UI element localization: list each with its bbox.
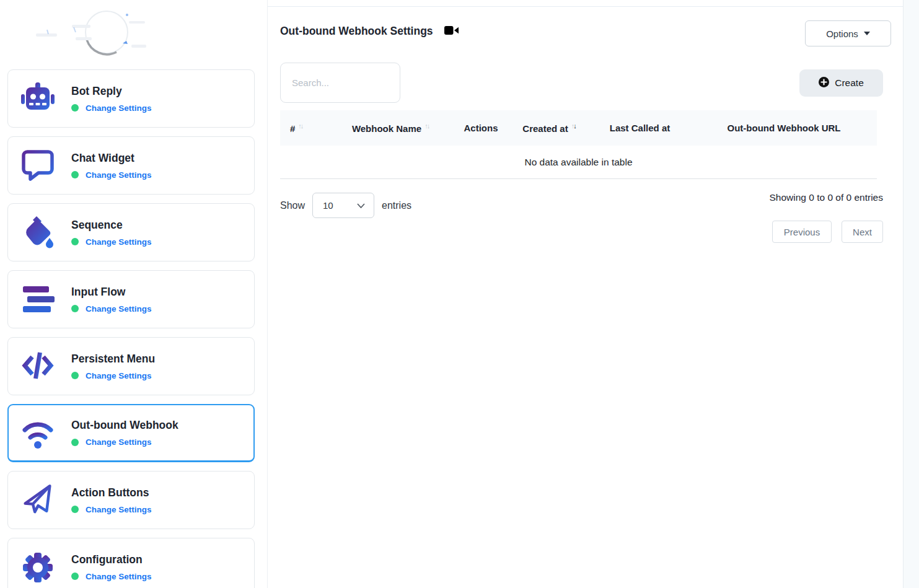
sidebar-card-list: Bot Reply Change Settings Chat Widget Ch… (7, 69, 255, 588)
options-button[interactable]: Options (805, 20, 891, 46)
column-header-created-at[interactable]: Created at↑↓ (509, 122, 589, 134)
sort-icon: ↑↓ (298, 122, 302, 129)
options-button-label: Options (826, 29, 858, 39)
change-settings-link[interactable]: Change Settings (86, 237, 152, 247)
status-dot (71, 238, 79, 245)
sidebar-item-action-buttons[interactable]: Action Buttons Change Settings (7, 471, 255, 529)
card-title: Configuration (71, 553, 152, 566)
wifi-icon (20, 416, 55, 450)
card-title: Input Flow (71, 286, 152, 299)
sidebar-item-outbound-webhook[interactable]: Out-bound Webhook Change Settings (7, 404, 255, 462)
sidebar-item-configuration[interactable]: Configuration Change Settings (7, 538, 255, 588)
column-header-actions[interactable]: Actions (452, 123, 509, 133)
sidebar-item-persistent-menu[interactable]: Persistent Menu Change Settings (7, 337, 255, 395)
column-header-webhook-url[interactable]: Out-bound Webhook URL (691, 123, 877, 133)
status-dot (71, 506, 79, 513)
status-dot (71, 104, 79, 112)
table-empty-message: No data available in table (280, 146, 877, 179)
paper-plane-icon (20, 483, 55, 517)
change-settings-link[interactable]: Change Settings (86, 103, 152, 113)
sidebar-item-input-flow[interactable]: Input Flow Change Settings (7, 270, 255, 328)
code-icon (20, 349, 55, 384)
card-title: Action Buttons (71, 486, 152, 499)
chevron-down-icon (357, 203, 365, 208)
create-button-label: Create (835, 77, 864, 89)
entries-select-value: 10 (323, 200, 333, 211)
chat-bubble-icon (20, 148, 55, 183)
chevron-down-icon (864, 32, 870, 35)
change-settings-link[interactable]: Change Settings (86, 505, 152, 514)
page-size-row: Show 10 entries (280, 193, 411, 218)
card-title: Bot Reply (71, 85, 152, 98)
previous-button[interactable]: Previous (772, 221, 832, 243)
page-title: Out-bound Webhook Settings (280, 25, 433, 38)
sidebar-item-bot-reply[interactable]: Bot Reply Change Settings (7, 69, 255, 128)
status-dot (71, 372, 79, 379)
entries-label: entries (382, 200, 411, 211)
robot-icon (20, 81, 55, 116)
card-title: Chat Widget (71, 152, 152, 165)
next-button[interactable]: Next (842, 221, 883, 243)
card-title: Sequence (71, 219, 152, 232)
sidebar-divider (267, 0, 268, 588)
sidebar: Bot Reply Change Settings Chat Widget Ch… (0, 0, 267, 588)
sidebar-item-chat-widget[interactable]: Chat Widget Change Settings (7, 136, 255, 195)
webhooks-table: #↑↓ Webhook Name↑↓ Actions Created at↑↓ … (280, 110, 877, 179)
entries-select[interactable]: 10 (312, 193, 374, 218)
scrollbar-track[interactable] (903, 0, 919, 588)
status-dot (71, 439, 79, 446)
change-settings-link[interactable]: Change Settings (86, 371, 152, 380)
show-label: Show (280, 200, 305, 211)
sort-icon-active: ↑↓ (571, 122, 576, 129)
status-dot (71, 171, 79, 178)
column-header-index[interactable]: #↑↓ (280, 122, 328, 134)
change-settings-link[interactable]: Change Settings (86, 572, 152, 581)
change-settings-link[interactable]: Change Settings (86, 304, 152, 314)
page-header: Out-bound Webhook Settings (280, 25, 459, 38)
create-button[interactable]: Create (799, 69, 883, 97)
search-input[interactable] (280, 63, 400, 103)
fill-drip-icon (20, 215, 55, 250)
column-header-webhook-name[interactable]: Webhook Name↑↓ (328, 122, 452, 134)
table-header-row: #↑↓ Webhook Name↑↓ Actions Created at↑↓ … (280, 110, 877, 146)
change-settings-link[interactable]: Change Settings (86, 170, 152, 180)
change-settings-link[interactable]: Change Settings (86, 437, 152, 447)
gear-icon (20, 550, 55, 584)
faded-logo (19, 7, 149, 62)
status-dot (71, 573, 79, 580)
sort-icon: ↑↓ (424, 122, 429, 129)
sidebar-item-sequence[interactable]: Sequence Change Settings (7, 203, 255, 261)
card-title: Persistent Menu (71, 353, 155, 366)
bars-icon (20, 282, 55, 317)
video-camera-icon[interactable] (444, 25, 459, 38)
status-dot (71, 305, 79, 312)
entries-summary: Showing 0 to 0 of 0 entries (620, 192, 883, 203)
column-header-last-called-at[interactable]: Last Called at (589, 123, 691, 133)
plus-circle-icon (819, 77, 829, 90)
card-title: Out-bound Webhook (71, 419, 178, 432)
